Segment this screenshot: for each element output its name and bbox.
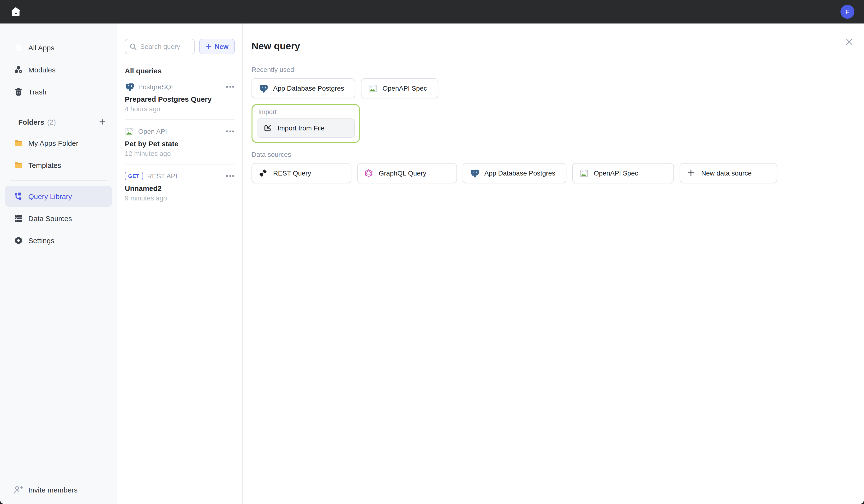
new-query-button[interactable]: New: [199, 39, 235, 54]
image-placeholder-icon: [368, 84, 377, 93]
new-data-source-button[interactable]: New data source: [680, 163, 777, 183]
card-label: App Database Postgres: [273, 84, 344, 92]
query-item-menu-button[interactable]: [225, 129, 235, 134]
card-label: Import from File: [277, 124, 324, 132]
plus-icon: [205, 44, 212, 50]
plus-icon: [687, 169, 696, 178]
sidebar-folder-my-apps[interactable]: My Apps Folder: [5, 132, 112, 153]
query-timestamp: 9 minutes ago: [125, 194, 235, 202]
sidebar-item-query-library[interactable]: Query Library: [5, 186, 112, 207]
home-icon: [13, 43, 23, 52]
search-icon: [129, 42, 137, 51]
query-timestamp: 4 hours ago: [125, 105, 235, 113]
card-label: OpenAPI Spec: [383, 84, 427, 92]
query-list-item[interactable]: Open API Pet by Pet state 12 minutes ago: [125, 120, 235, 164]
sidebar-item-settings[interactable]: Settings: [5, 230, 112, 251]
data-sources-icon: [13, 213, 23, 223]
sidebar-item-label: Invite members: [28, 485, 77, 494]
image-placeholder-icon: [125, 127, 134, 136]
card-label: REST Query: [273, 169, 311, 177]
data-source-rest-query[interactable]: REST Query: [252, 163, 351, 183]
sidebar-item-label: Trash: [28, 87, 47, 96]
card-label: OpenAPI Spec: [594, 169, 638, 177]
sidebar-item-label: Modules: [28, 65, 56, 74]
query-list-item[interactable]: GET REST API Unnamed2 9 minutes ago: [125, 164, 235, 209]
home-icon: [10, 5, 22, 18]
folder-icon: [13, 138, 23, 148]
query-type-label: REST API: [147, 172, 177, 180]
recently-used-app-database-postgres[interactable]: App Database Postgres: [252, 78, 355, 98]
avatar[interactable]: F: [840, 5, 854, 19]
card-label: New data source: [701, 169, 752, 177]
query-type-label: Open API: [138, 127, 167, 135]
query-timestamp: 12 minutes ago: [125, 150, 235, 157]
query-title: Prepared Postgres Query: [125, 95, 235, 103]
close-button[interactable]: [845, 38, 853, 46]
sidebar-item-data-sources[interactable]: Data Sources: [5, 208, 112, 229]
data-source-openapi-spec[interactable]: OpenAPI Spec: [572, 163, 674, 183]
rest-plug-icon: [259, 169, 268, 178]
new-button-label: New: [215, 43, 228, 50]
close-icon: [845, 38, 853, 46]
card-label: App Database Postgres: [484, 169, 555, 177]
sidebar-divider: [10, 180, 107, 181]
postgresql-icon: [470, 169, 479, 178]
query-list-panel: New All queries PostgreSQL Prepared Post…: [117, 24, 243, 504]
sidebar-item-label: Templates: [28, 161, 61, 169]
sidebar-item-label: Data Sources: [28, 214, 72, 222]
search-input[interactable]: [140, 43, 191, 50]
folders-count: (2): [47, 118, 56, 126]
query-library-icon: [13, 191, 23, 201]
postgresql-icon: [259, 84, 268, 93]
plus-icon: [98, 118, 106, 126]
card-label: GraphQL Query: [379, 169, 426, 177]
page-title: New query: [252, 41, 852, 52]
query-type-label: PostgreSQL: [138, 83, 175, 91]
sidebar-folder-templates[interactable]: Templates: [5, 155, 112, 175]
settings-icon: [13, 235, 23, 245]
person-plus-icon: [13, 485, 23, 494]
data-sources-row: REST Query GraphQL Query App Database Po…: [252, 163, 852, 183]
folders-header-label: Folders: [18, 118, 44, 126]
sidebar: All Apps Modules Trash Folders (2): [0, 24, 117, 504]
import-file-icon: [263, 123, 272, 133]
query-item-menu-button[interactable]: [225, 173, 235, 179]
avatar-initial: F: [845, 8, 849, 15]
all-queries-header: All queries: [125, 67, 235, 75]
import-section-highlight: Import Import from File: [252, 104, 360, 143]
data-sources-label: Data sources: [252, 150, 852, 158]
query-item-menu-button[interactable]: [225, 84, 235, 89]
data-source-app-database-postgres[interactable]: App Database Postgres: [463, 163, 566, 183]
folder-icon: [13, 160, 23, 170]
modules-icon: [13, 65, 23, 74]
sidebar-item-label: Settings: [28, 236, 54, 244]
add-folder-button[interactable]: [98, 118, 106, 126]
folders-header: Folders (2): [5, 112, 112, 131]
sidebar-item-trash[interactable]: Trash: [5, 81, 112, 102]
home-button[interactable]: [10, 5, 22, 18]
sidebar-item-label: My Apps Folder: [28, 139, 78, 147]
query-title: Pet by Pet state: [125, 139, 235, 148]
sidebar-item-modules[interactable]: Modules: [5, 59, 112, 80]
get-badge: GET: [125, 172, 143, 180]
sidebar-item-all-apps[interactable]: All Apps: [5, 37, 112, 58]
image-placeholder-icon: [579, 169, 588, 178]
recently-used-openapi-spec[interactable]: OpenAPI Spec: [361, 78, 438, 98]
query-list-item[interactable]: PostgreSQL Prepared Postgres Query 4 hou…: [125, 75, 235, 120]
query-title: Unnamed2: [125, 184, 235, 192]
new-query-panel: New query Recently used App Database Pos…: [243, 24, 864, 504]
recently-used-row: App Database Postgres OpenAPI Spec: [252, 78, 852, 98]
sidebar-item-label: All Apps: [28, 44, 54, 51]
sidebar-item-label: Query Library: [28, 192, 72, 200]
search-input-wrapper: [125, 39, 195, 54]
trash-icon: [13, 87, 23, 96]
postgresql-icon: [125, 82, 134, 91]
app-window: F All Apps Modules Trash: [0, 0, 864, 504]
topbar: F: [0, 0, 864, 24]
data-source-graphql-query[interactable]: GraphQL Query: [357, 163, 457, 183]
import-label: Import: [258, 108, 355, 115]
graphql-icon: [364, 169, 373, 178]
recently-used-label: Recently used: [252, 66, 852, 73]
import-from-file-button[interactable]: Import from File: [257, 119, 355, 138]
invite-members-button[interactable]: Invite members: [5, 479, 112, 500]
